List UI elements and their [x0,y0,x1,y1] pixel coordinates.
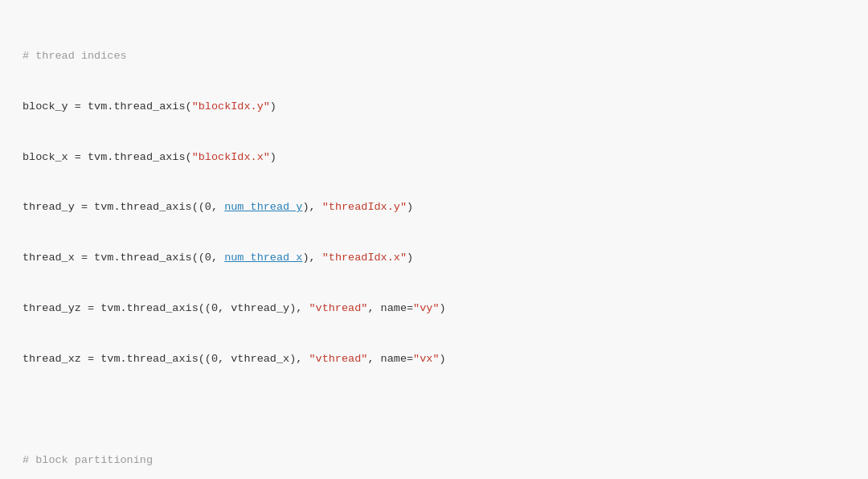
code-line-6: thread_yz = tvm.thread_axis((0, vthread_… [23,301,845,317]
code-container: # thread indices block_y = tvm.thread_ax… [0,0,868,479]
code-line-8 [23,402,845,419]
code-line-4: thread_y = tvm.thread_axis((0, num_threa… [23,199,845,216]
code-block: # thread indices block_y = tvm.thread_ax… [23,14,845,479]
code-line-1: # thread indices [23,48,845,65]
code-line-5: thread_x = tvm.thread_axis((0, num_threa… [23,250,845,267]
code-line-7: thread_xz = tvm.thread_axis((0, vthread_… [23,351,845,368]
code-line-9: # block partitioning [23,452,845,469]
code-line-2: block_y = tvm.thread_axis("blockIdx.y") [23,99,845,116]
code-line-3: block_x = tvm.thread_axis("blockIdx.x") [23,149,845,166]
